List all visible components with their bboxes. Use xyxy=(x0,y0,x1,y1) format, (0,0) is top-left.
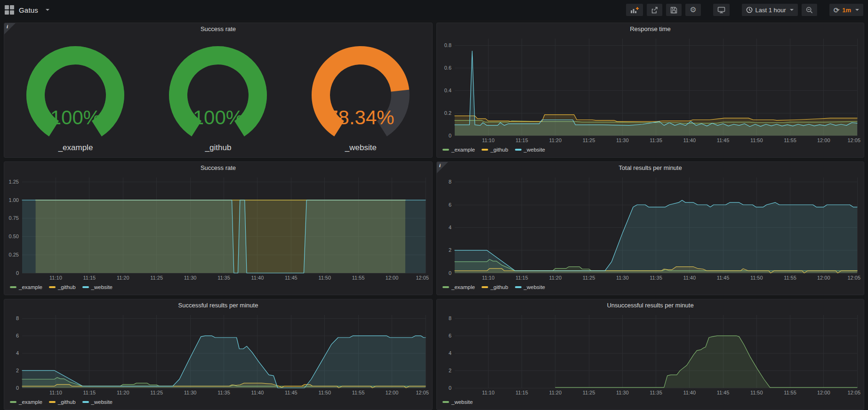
legend-swatch xyxy=(482,149,488,151)
response-time-chart[interactable]: 11:1011:1511:2011:2511:3011:3511:4011:45… xyxy=(440,35,861,144)
svg-text:11:45: 11:45 xyxy=(717,275,730,281)
legend-item-website[interactable]: _website xyxy=(82,284,113,290)
svg-text:11:55: 11:55 xyxy=(784,137,796,143)
svg-text:11:20: 11:20 xyxy=(549,390,562,395)
svg-text:11:40: 11:40 xyxy=(251,275,264,281)
chart-legend: _example_github_website xyxy=(437,144,864,157)
svg-text:8: 8 xyxy=(16,315,19,321)
svg-text:6: 6 xyxy=(449,333,451,338)
legend-swatch xyxy=(49,286,56,288)
legend-label: _github xyxy=(490,284,508,290)
legend-swatch xyxy=(10,286,16,288)
svg-text:11:10: 11:10 xyxy=(49,275,62,281)
legend-swatch xyxy=(49,401,56,403)
zoom-out-button[interactable] xyxy=(802,4,817,16)
legend-swatch xyxy=(82,401,89,403)
svg-text:11:25: 11:25 xyxy=(583,137,595,143)
svg-text:12:00: 12:00 xyxy=(386,275,399,281)
svg-text:11:55: 11:55 xyxy=(352,275,365,281)
svg-text:11:10: 11:10 xyxy=(49,390,62,395)
svg-text:2: 2 xyxy=(449,368,451,373)
add-panel-button[interactable] xyxy=(626,4,643,16)
successful-results-chart[interactable]: 11:1011:1511:2011:2511:3011:3511:4011:45… xyxy=(7,311,429,396)
legend-item-github[interactable]: _github xyxy=(482,147,508,153)
legend-item-example[interactable]: _example xyxy=(10,284,42,290)
legend-label: _github xyxy=(58,399,76,405)
gauge-label: _github xyxy=(205,143,232,153)
legend-item-website[interactable]: _website xyxy=(515,284,545,290)
panel-unsuccessful-results: Unsuccessful results per minute 11:1011:… xyxy=(436,299,864,410)
legend-item-example[interactable]: _example xyxy=(442,284,475,290)
gear-icon: ⚙ xyxy=(690,6,696,14)
gauge-example: 100% _example xyxy=(4,35,147,157)
svg-text:12:05: 12:05 xyxy=(847,275,860,281)
refresh-icon: ⟳ xyxy=(834,7,840,14)
legend-item-example[interactable]: _example xyxy=(10,399,42,405)
legend-item-github[interactable]: _github xyxy=(49,399,76,405)
panel-info-icon[interactable] xyxy=(437,162,448,173)
dashboard-title-menu[interactable]: Gatus xyxy=(5,5,49,15)
svg-text:6: 6 xyxy=(16,333,19,338)
success-rate-chart[interactable]: 11:1011:1511:2011:2511:3011:3511:4011:45… xyxy=(7,174,429,281)
share-icon xyxy=(651,7,658,14)
save-icon xyxy=(670,7,677,14)
svg-text:11:40: 11:40 xyxy=(251,390,264,395)
legend-item-website[interactable]: _website xyxy=(82,399,113,405)
svg-text:11:20: 11:20 xyxy=(117,275,129,281)
panel-response-time: Response time 11:1011:1511:2011:2511:301… xyxy=(436,23,864,158)
svg-text:11:35: 11:35 xyxy=(217,390,230,395)
svg-text:11:35: 11:35 xyxy=(650,137,662,143)
gauge-arc xyxy=(11,36,139,143)
svg-text:11:55: 11:55 xyxy=(784,275,796,281)
legend-swatch xyxy=(515,286,522,288)
svg-text:4: 4 xyxy=(449,350,451,356)
legend-item-github[interactable]: _github xyxy=(482,284,508,290)
svg-text:11:45: 11:45 xyxy=(285,390,297,395)
legend-label: _example xyxy=(451,284,475,290)
chart-legend: _example_github_website xyxy=(4,396,432,410)
panel-total-results: i Total results per minute 11:1011:1511:… xyxy=(436,161,864,295)
svg-text:12:00: 12:00 xyxy=(817,275,830,281)
refresh-button[interactable]: ⟳ 1m xyxy=(829,4,863,16)
legend-label: _website xyxy=(524,284,545,290)
settings-button[interactable]: ⚙ xyxy=(685,4,700,16)
legend-swatch xyxy=(515,149,522,151)
svg-text:12:05: 12:05 xyxy=(847,137,860,143)
legend-item-website[interactable]: _website xyxy=(515,147,545,153)
svg-text:11:25: 11:25 xyxy=(583,390,595,395)
panel-title[interactable]: Success rate xyxy=(4,162,432,174)
total-results-chart[interactable]: 11:1011:1511:2011:2511:3011:3511:4011:45… xyxy=(440,174,861,281)
svg-text:12:00: 12:00 xyxy=(817,390,830,395)
share-button[interactable] xyxy=(647,4,662,16)
dashboard-title[interactable]: Gatus xyxy=(19,6,38,14)
panel-title[interactable]: Total results per minute xyxy=(437,162,864,174)
legend-item-github[interactable]: _github xyxy=(49,284,76,290)
legend-label: _website xyxy=(91,284,113,290)
svg-text:11:30: 11:30 xyxy=(184,275,197,281)
panel-success-rate-timeseries: Success rate 11:1011:1511:2011:2511:3011… xyxy=(4,161,433,295)
unsuccessful-results-chart[interactable]: 11:1011:1511:2011:2511:3011:3511:4011:45… xyxy=(440,311,861,396)
svg-text:11:30: 11:30 xyxy=(184,390,197,395)
svg-text:11:30: 11:30 xyxy=(616,137,629,143)
legend-item-website[interactable]: _website xyxy=(442,399,473,405)
panel-title[interactable]: Response time xyxy=(437,23,864,35)
panel-title[interactable]: Unsuccessful results per minute xyxy=(437,299,864,311)
panel-title[interactable]: Success rate xyxy=(4,23,432,35)
legend-swatch xyxy=(482,286,488,288)
svg-text:11:55: 11:55 xyxy=(784,390,796,395)
panel-info-icon[interactable] xyxy=(4,23,16,34)
cycle-view-button[interactable] xyxy=(713,4,730,16)
svg-text:11:50: 11:50 xyxy=(318,275,331,281)
legend-item-example[interactable]: _example xyxy=(442,147,475,153)
gauge-arc xyxy=(154,36,282,143)
svg-text:11:15: 11:15 xyxy=(515,275,528,281)
svg-text:0.6: 0.6 xyxy=(444,65,451,71)
svg-text:11:45: 11:45 xyxy=(285,275,297,281)
panel-title[interactable]: Successful results per minute xyxy=(4,299,432,311)
save-button[interactable] xyxy=(666,4,682,16)
svg-text:0: 0 xyxy=(16,385,19,391)
svg-text:1.00: 1.00 xyxy=(9,197,19,203)
time-range-button[interactable]: Last 1 hour xyxy=(742,4,798,16)
svg-text:11:45: 11:45 xyxy=(717,390,730,395)
svg-text:11:10: 11:10 xyxy=(482,275,495,281)
